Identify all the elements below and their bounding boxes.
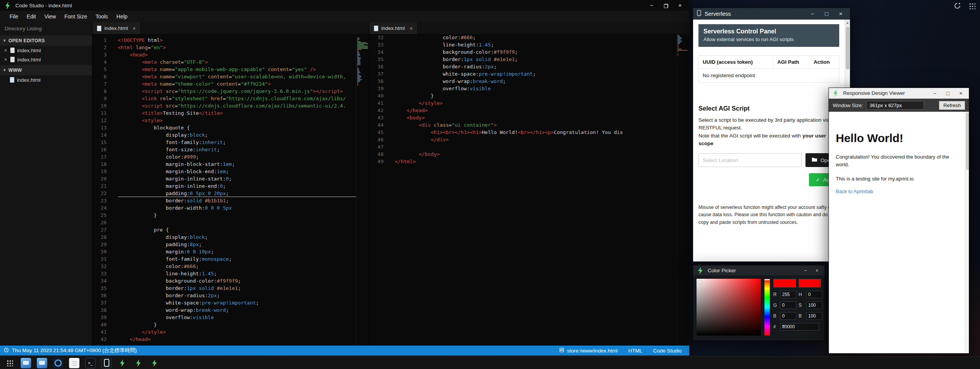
script-location-input[interactable] bbox=[698, 153, 802, 167]
taskbar-code-studio-icon[interactable] bbox=[150, 358, 160, 368]
minimize-button[interactable]: − bbox=[646, 0, 657, 10]
saturation-brightness-field[interactable] bbox=[697, 279, 761, 336]
menu-tools[interactable]: Tools bbox=[91, 11, 112, 22]
hue-field[interactable] bbox=[806, 291, 822, 298]
close-file-icon[interactable]: × bbox=[3, 47, 8, 53]
responsive-viewer-title-bar[interactable]: Responsive Design Viewer − □ × bbox=[829, 88, 969, 99]
minimap-line bbox=[677, 45, 679, 46]
taskbar-document-icon[interactable] bbox=[69, 358, 79, 368]
file-item[interactable]: index.html bbox=[0, 75, 92, 84]
minimap[interactable] bbox=[676, 34, 689, 346]
title-bar[interactable]: Code Studio - index.html − × bbox=[0, 0, 689, 11]
scrollbar-thumb[interactable] bbox=[846, 26, 850, 69]
scroll-up-icon[interactable]: ▲ bbox=[845, 20, 850, 26]
check-icon: ✓ bbox=[816, 177, 820, 183]
hue-slider-thumb[interactable] bbox=[764, 279, 770, 280]
code-editor-right[interactable]: 323334353637383940414243444546474849 col… bbox=[369, 32, 689, 346]
minimap-line bbox=[677, 43, 680, 44]
back-to-aprintlab-link[interactable]: Back to Aprintlab bbox=[836, 189, 873, 194]
taskbar-files-icon[interactable] bbox=[37, 358, 47, 368]
scrollbar-thumb[interactable] bbox=[966, 113, 969, 170]
line-number: 32 bbox=[92, 263, 107, 270]
taskbar-phone-icon[interactable] bbox=[101, 358, 112, 368]
window-size-input[interactable] bbox=[866, 101, 924, 109]
refresh-icon[interactable] bbox=[953, 2, 962, 10]
close-file-icon[interactable]: × bbox=[3, 56, 8, 63]
brightness-field[interactable] bbox=[806, 312, 822, 320]
saturation-field[interactable] bbox=[806, 301, 822, 309]
minimap[interactable] bbox=[356, 36, 369, 346]
close-button[interactable]: × bbox=[956, 90, 966, 96]
color-fields: R H G S B B # bbox=[773, 279, 821, 337]
file-item[interactable]: ×index.html bbox=[0, 46, 92, 55]
code-area[interactable]: color:#666; line-height:1.45; background… bbox=[389, 34, 676, 346]
hex-field[interactable] bbox=[780, 323, 819, 331]
close-button[interactable]: × bbox=[813, 268, 821, 273]
taskbar-code-studio-icon[interactable] bbox=[133, 358, 144, 368]
serverless-title-bar[interactable]: Serverless − □ × bbox=[693, 8, 850, 20]
green-field[interactable] bbox=[780, 301, 796, 309]
menu-font-size[interactable]: Font Size bbox=[60, 11, 91, 22]
minimap-line bbox=[357, 80, 361, 81]
line-number: 23 bbox=[92, 197, 107, 204]
restore-button[interactable] bbox=[660, 0, 671, 10]
code-line: border-radius:2px; bbox=[395, 63, 676, 70]
endpoint-table-header: UUID (access token)AGI PathAction bbox=[699, 56, 839, 69]
code-line: font-size:inherit; bbox=[118, 146, 356, 153]
close-tab-icon[interactable]: × bbox=[410, 25, 413, 31]
minimap-line bbox=[357, 49, 361, 50]
taskbar-code-studio-icon[interactable] bbox=[117, 358, 128, 368]
refresh-button[interactable]: Refresh bbox=[939, 101, 965, 110]
taskbar-terminal-icon[interactable] bbox=[85, 358, 96, 368]
folder-header-www[interactable]: ▾ WWW bbox=[0, 65, 92, 75]
color-picker-title-bar[interactable]: Color Picker − × bbox=[693, 265, 825, 275]
line-number: 34 bbox=[92, 277, 107, 285]
taskbar-apps-grid-icon[interactable] bbox=[5, 358, 15, 368]
minimap-line bbox=[357, 63, 361, 64]
taskbar-files-icon[interactable] bbox=[21, 358, 31, 368]
description-line2: Note that the AGI script will be execute… bbox=[698, 133, 802, 139]
open-editors-label: OPEN EDITORS bbox=[8, 38, 45, 43]
minimize-button[interactable]: − bbox=[807, 9, 818, 19]
menu-view[interactable]: View bbox=[40, 11, 60, 22]
minimize-button[interactable]: − bbox=[801, 268, 810, 273]
minimap-line bbox=[357, 84, 358, 84]
open-editors-header[interactable]: ▾ OPEN EDITORS bbox=[0, 35, 92, 46]
menu-bar: FileEditViewFont SizeToolsHelp bbox=[0, 11, 689, 22]
maximize-button[interactable]: □ bbox=[821, 9, 832, 19]
code-line bbox=[118, 219, 356, 226]
line-number: 15 bbox=[92, 139, 107, 146]
red-field[interactable] bbox=[780, 291, 796, 298]
apps-grid-icon[interactable] bbox=[968, 2, 976, 10]
minimize-button[interactable]: − bbox=[930, 90, 940, 96]
apps-grid-dots bbox=[7, 360, 13, 366]
line-number: 1 bbox=[92, 36, 107, 44]
status-file-path[interactable]: store:/www/index.html bbox=[567, 348, 618, 354]
color-cursor[interactable] bbox=[698, 280, 702, 284]
hue-slider[interactable] bbox=[764, 279, 770, 336]
status-language[interactable]: HTML bbox=[628, 348, 642, 354]
code-line: <script src="https://cdnjs.cloudflare.co… bbox=[118, 102, 356, 109]
window-title: Code Studio - index.html bbox=[15, 3, 72, 8]
scrollbar[interactable] bbox=[965, 112, 969, 353]
menu-help[interactable]: Help bbox=[112, 11, 132, 22]
menu-file[interactable]: File bbox=[5, 11, 23, 22]
line-number: 42 bbox=[369, 107, 384, 114]
code-area[interactable]: <!DOCTYPE html><html lang="en"> <head> <… bbox=[112, 36, 356, 346]
taskbar-browser-icon[interactable] bbox=[53, 358, 63, 368]
code-line: background-color:#f9f9f9; bbox=[395, 48, 676, 56]
maximize-button[interactable]: □ bbox=[943, 90, 953, 96]
code-editor-left[interactable]: 1234567891011121314151617181920212223242… bbox=[92, 35, 369, 346]
close-tab-icon[interactable]: × bbox=[133, 25, 136, 31]
responsive-viewer-toolbar: Window Size: Refresh bbox=[829, 99, 969, 112]
code-line: <meta name="theme-color" content="#ff922… bbox=[118, 80, 356, 88]
blue-field[interactable] bbox=[780, 312, 796, 320]
tab-index-html[interactable]: index.html × bbox=[92, 22, 141, 34]
tab-bar-left: index.html × bbox=[92, 22, 369, 35]
phone-icon bbox=[697, 10, 701, 18]
close-button[interactable]: × bbox=[675, 0, 685, 10]
file-item[interactable]: ×index.html bbox=[0, 55, 92, 64]
close-button[interactable]: × bbox=[835, 9, 846, 19]
code-line: border-width:0 0 0 5px bbox=[118, 204, 356, 212]
menu-edit[interactable]: Edit bbox=[23, 11, 40, 22]
